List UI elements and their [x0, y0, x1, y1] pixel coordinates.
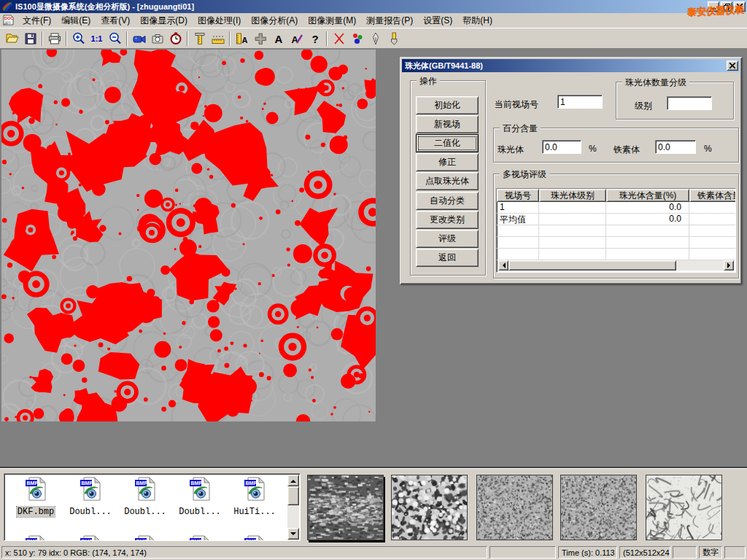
scroll-left-button[interactable] — [498, 260, 508, 271]
close-icon — [737, 4, 743, 9]
file-item[interactable]: DKF.bmp — [9, 477, 63, 517]
app-icon — [1, 1, 13, 12]
col-pearlite-grade[interactable]: 珠光体级别 — [539, 189, 606, 202]
binarize-button[interactable]: 二值化 — [416, 134, 479, 152]
restore-button[interactable] — [721, 1, 732, 12]
print-button[interactable] — [45, 30, 63, 47]
pen-button[interactable] — [366, 30, 384, 47]
file-item[interactable]: Doubl... — [118, 477, 172, 517]
current-field-input[interactable] — [557, 95, 603, 109]
return-button[interactable]: 返回 — [416, 249, 479, 267]
file-name: DKF.bmp — [17, 507, 55, 517]
menu-help[interactable]: 帮助(H) — [457, 13, 498, 28]
pick-pearlite-button[interactable]: 点取珠光体 — [416, 172, 479, 190]
file-item[interactable] — [173, 535, 227, 541]
edit-text-button[interactable]: A — [287, 30, 306, 47]
open-button[interactable] — [3, 30, 21, 47]
menu-view[interactable]: 查看(V) — [96, 13, 135, 28]
thumbnail-3[interactable] — [476, 475, 553, 540]
auto-classify-button[interactable]: 自动分类 — [416, 192, 479, 210]
gallery-panel: DKF.bmp Doubl... Doubl... Doubl... HuiTi… — [0, 468, 747, 545]
actual-size-button[interactable]: 1:1 — [88, 30, 106, 47]
zoom-in-button[interactable] — [69, 30, 88, 47]
file-item[interactable] — [63, 535, 117, 541]
micrograph-image[interactable] — [1, 50, 376, 421]
thumbnail-2[interactable] — [391, 475, 468, 540]
ferrite-input[interactable] — [655, 140, 696, 154]
phase-color-button[interactable] — [348, 30, 366, 47]
dialog-title-bar[interactable]: 珠光体(GB/T9441-88) — [402, 59, 740, 72]
file-item[interactable] — [228, 535, 282, 541]
title-bar[interactable]: IS100显微摄像系统(金相分析版) - [zhuguangti01] — [0, 0, 747, 13]
menu-settings[interactable]: 设置(S) — [418, 13, 457, 28]
window-title: IS100显微摄像系统(金相分析版) - [zhuguangti01] — [15, 1, 194, 12]
scroll-thumb[interactable] — [287, 486, 299, 505]
thumbnail-1[interactable] — [307, 475, 384, 540]
rate-button[interactable]: 评级 — [416, 230, 479, 248]
menu-image-analysis[interactable]: 图像分析(A) — [246, 13, 303, 28]
table-row[interactable] — [497, 225, 735, 237]
scroll-down-button[interactable] — [287, 528, 299, 540]
scroll-up-button[interactable] — [287, 475, 299, 486]
minimize-button[interactable] — [708, 1, 719, 12]
dialog-close-button[interactable] — [727, 61, 738, 71]
file-item[interactable]: Doubl... — [63, 477, 117, 517]
merge-button[interactable] — [251, 30, 269, 47]
toolbar-separator — [126, 31, 128, 46]
table-row[interactable] — [497, 237, 735, 249]
change-class-button[interactable]: 更改类别 — [416, 211, 479, 229]
menu-report[interactable]: 测量报告(P) — [361, 13, 418, 28]
grade-input[interactable] — [667, 96, 712, 110]
menu-file[interactable]: 文件(F) — [18, 13, 56, 28]
curve-button[interactable] — [330, 30, 348, 47]
file-list[interactable]: DKF.bmp Doubl... Doubl... Doubl... HuiTi… — [4, 473, 301, 541]
status-mode: 数字 — [699, 546, 722, 559]
scroll-thumb[interactable] — [508, 260, 676, 271]
table-row[interactable]: 1 0.0 — [497, 202, 735, 214]
cell-grade — [539, 214, 606, 225]
table-row[interactable] — [497, 249, 735, 260]
file-item[interactable] — [9, 535, 63, 541]
zoom-out-button[interactable] — [106, 30, 124, 47]
file-item[interactable]: Doubl... — [173, 477, 227, 517]
table-h-scrollbar[interactable] — [498, 260, 734, 271]
menu-image-display[interactable]: 图像显示(D) — [135, 13, 193, 28]
file-list-v-scrollbar[interactable] — [287, 475, 299, 540]
thumbnail-4[interactable] — [560, 475, 637, 540]
col-pearlite-content[interactable]: 珠光体含量(%) — [606, 189, 689, 202]
caliper-button[interactable] — [190, 30, 209, 47]
svg-text:A: A — [291, 34, 298, 45]
menu-image-process[interactable]: 图像处理(I) — [193, 13, 246, 28]
table-row[interactable]: 平均值 0.0 — [497, 214, 735, 225]
scroll-right-button[interactable] — [724, 260, 734, 271]
menu-edit[interactable]: 编辑(E) — [56, 13, 96, 28]
help-button[interactable]: ? — [306, 30, 324, 47]
calibrate-button[interactable]: A — [233, 30, 251, 47]
scroll-track[interactable] — [676, 260, 724, 271]
timer-button[interactable] — [166, 30, 185, 47]
pearlite-label: 珠光体 — [498, 144, 524, 156]
save-button[interactable] — [21, 30, 39, 47]
camera-button[interactable] — [148, 30, 166, 47]
file-item[interactable]: HuiTi... — [228, 477, 282, 517]
new-field-button[interactable]: 新视场 — [416, 115, 479, 133]
text-button[interactable]: A — [269, 30, 287, 47]
thumbnail-5[interactable] — [646, 475, 722, 540]
file-item[interactable] — [118, 535, 172, 541]
brush-button[interactable] — [384, 30, 403, 47]
correct-button[interactable]: 修正 — [416, 153, 479, 171]
pearlite-unit: % — [589, 144, 597, 154]
col-ferrite-content[interactable]: 铁素体含量(%) — [689, 189, 736, 202]
ruler-button[interactable] — [209, 30, 227, 47]
pearlite-input[interactable] — [542, 140, 581, 154]
init-button[interactable]: 初始化 — [416, 96, 479, 114]
menu-image-measure[interactable]: 图像测量(M) — [303, 13, 361, 28]
video-camera-button[interactable] — [130, 30, 148, 47]
save-icon — [23, 31, 38, 46]
col-field-no[interactable]: 视场号 — [497, 189, 539, 202]
status-bar: x: 510 y: 79 idx: 0 RGB: (174, 174, 174)… — [0, 545, 747, 560]
file-name: Doubl... — [178, 507, 222, 517]
scroll-right-icon — [727, 262, 733, 268]
close-button[interactable] — [734, 1, 746, 12]
caliper-icon — [193, 31, 207, 46]
